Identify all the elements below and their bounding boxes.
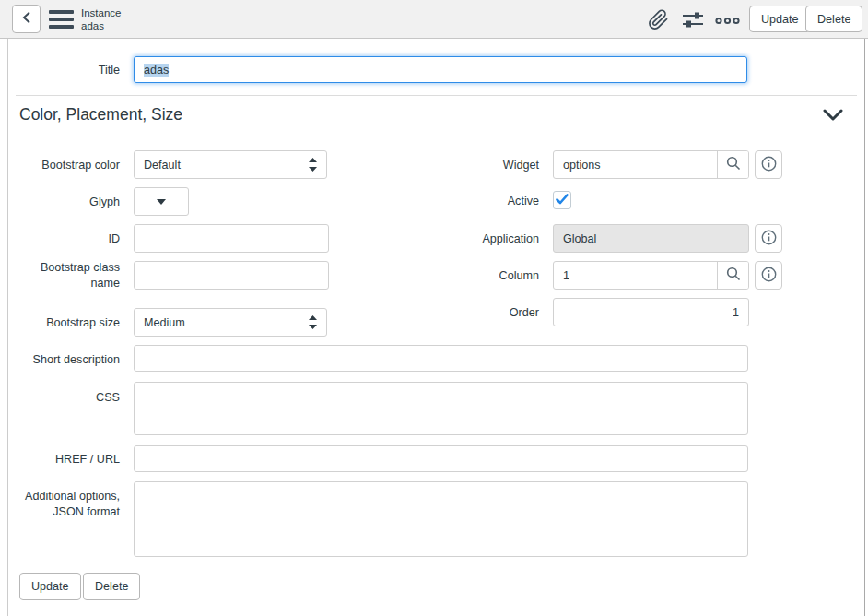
title-field-label: Title	[18, 63, 120, 78]
footer-update-button[interactable]: Update	[19, 573, 81, 600]
css-textarea[interactable]	[134, 382, 748, 435]
href-url-input[interactable]	[134, 445, 748, 472]
widget-lookup-button[interactable]	[717, 151, 748, 178]
magnifier-icon	[726, 156, 741, 173]
form-header-bar: Instance adas Update Delete	[0, 0, 868, 39]
application-readonly-input	[553, 224, 749, 253]
active-checkbox[interactable]	[553, 191, 571, 209]
back-button[interactable]	[12, 5, 41, 33]
id-label: ID	[18, 231, 120, 247]
title-input[interactable]: adas	[134, 56, 747, 83]
href-url-label: HREF / URL	[18, 452, 120, 468]
context-menu-icon[interactable]	[49, 10, 74, 29]
order-input[interactable]	[553, 298, 749, 326]
column-input[interactable]	[554, 262, 717, 289]
attachment-paperclip-icon[interactable]	[648, 9, 669, 33]
bootstrap-class-name-input[interactable]	[134, 261, 329, 290]
application-help-button[interactable]	[755, 224, 782, 253]
section-divider	[16, 95, 857, 96]
widget-reference-field	[553, 150, 749, 179]
section-collapse-chevron-down-icon[interactable]	[823, 108, 843, 124]
section-title: Color, Placement, Size	[19, 105, 182, 124]
checkmark-icon	[556, 194, 569, 207]
glyph-select[interactable]	[134, 187, 189, 216]
content-right-border	[864, 39, 865, 616]
order-label: Order	[442, 305, 539, 321]
more-options-dots-icon[interactable]	[715, 15, 740, 28]
record-name: adas	[81, 19, 121, 32]
application-label: Application	[442, 231, 539, 247]
chevron-left-icon	[21, 11, 32, 27]
bootstrap-color-select[interactable]: Default	[134, 150, 327, 179]
widget-input[interactable]	[554, 151, 717, 178]
title-selected-text: adas	[144, 64, 169, 77]
column-label: Column	[442, 268, 539, 284]
glyph-label: Glyph	[18, 195, 120, 210]
id-input[interactable]	[134, 224, 329, 253]
personalize-form-sliders-icon[interactable]	[682, 10, 704, 32]
content-left-border	[7, 39, 8, 616]
header-delete-button[interactable]: Delete	[805, 6, 862, 32]
bootstrap-size-label: Bootstrap size	[18, 315, 120, 331]
info-circle-icon	[761, 267, 777, 285]
column-reference-field	[553, 261, 749, 290]
info-circle-icon	[761, 156, 777, 174]
info-circle-icon	[761, 230, 777, 248]
header-update-button[interactable]: Update	[749, 6, 811, 32]
active-label: Active	[442, 194, 539, 209]
additional-options-label: Additional options, JSON format	[18, 489, 120, 520]
css-label: CSS	[18, 390, 120, 406]
footer-delete-button[interactable]: Delete	[83, 573, 140, 600]
widget-label: Widget	[442, 158, 539, 173]
additional-options-textarea[interactable]	[134, 481, 748, 557]
column-help-button[interactable]	[755, 261, 782, 290]
select-updown-caret-icon	[309, 158, 317, 172]
magnifier-icon	[726, 267, 741, 284]
bootstrap-color-label: Bootstrap color	[18, 158, 120, 173]
select-down-caret-icon	[157, 199, 166, 205]
record-header-title: Instance adas	[81, 6, 121, 33]
short-description-input[interactable]	[134, 345, 748, 372]
short-description-label: Short description	[18, 352, 120, 368]
column-lookup-button[interactable]	[717, 262, 748, 289]
record-type: Instance	[81, 6, 121, 19]
bootstrap-size-select[interactable]: Medium	[134, 308, 327, 337]
widget-help-button[interactable]	[755, 150, 782, 179]
select-updown-caret-icon	[309, 315, 317, 329]
bootstrap-class-name-label: Bootstrap class name	[18, 260, 120, 291]
